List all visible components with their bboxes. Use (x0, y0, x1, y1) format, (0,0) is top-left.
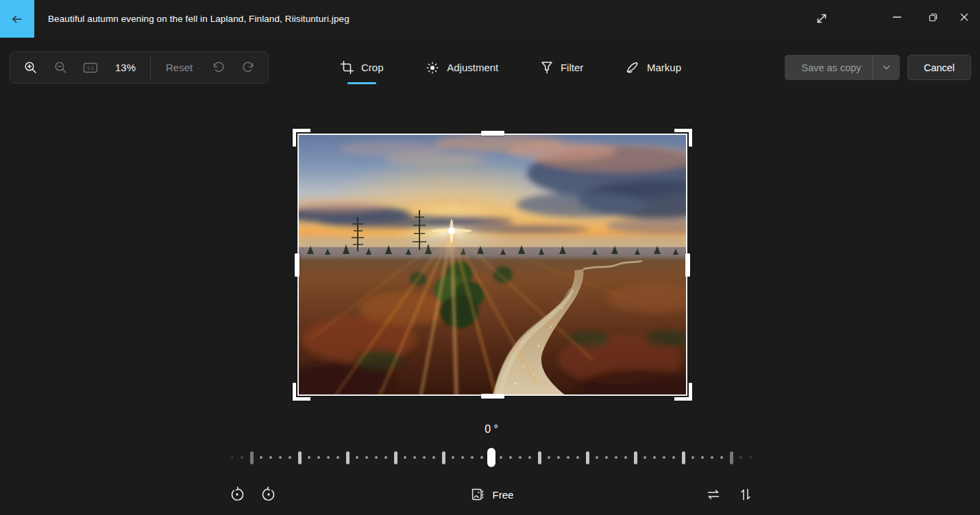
titlebar: Beautiful autumn evening on the fell in … (0, 0, 980, 38)
rotation-tick (333, 446, 343, 469)
rotate-cw-icon (260, 486, 277, 503)
rotation-tick (295, 446, 304, 469)
tab-adjustment-label: Adjustment (447, 62, 498, 73)
rotation-slider-thumb[interactable] (487, 446, 496, 469)
undo-icon (211, 60, 225, 75)
crop-handle-bottom-right[interactable] (674, 383, 692, 401)
rotation-tick (544, 446, 554, 469)
save-options-dropdown[interactable] (872, 55, 900, 80)
save-as-copy-label: Save as copy (785, 62, 872, 73)
rotation-tick (496, 446, 506, 469)
reset-button[interactable]: Reset (158, 55, 201, 80)
rotation-tick (228, 446, 237, 469)
rotation-tick (439, 446, 448, 469)
rotation-tick (535, 446, 544, 469)
rotation-tick (650, 446, 659, 469)
toolbar-divider (150, 56, 151, 79)
actual-size-button[interactable]: 1:1 (77, 55, 103, 80)
rotation-tick (515, 446, 525, 469)
zoom-out-icon (53, 60, 68, 75)
active-tab-underline (347, 82, 376, 84)
rotation-tick (343, 446, 352, 469)
zoom-out-button[interactable] (47, 55, 73, 80)
rotation-tick (611, 446, 621, 469)
rotation-tick (410, 446, 419, 469)
rotation-tick (736, 446, 746, 469)
back-arrow-icon (10, 12, 24, 26)
minimize-icon (892, 12, 902, 22)
rotation-tick (554, 446, 563, 469)
rotation-tick (362, 446, 371, 469)
svg-text:1:1: 1:1 (87, 65, 94, 71)
photo-canvas[interactable] (297, 134, 687, 396)
sun-icon (425, 60, 440, 75)
crop-handle-bottom[interactable] (481, 394, 504, 399)
rotation-tick (266, 446, 275, 469)
tab-adjustment[interactable]: Adjustment (422, 51, 501, 84)
diagonal-expand-icon (815, 12, 829, 25)
rotation-tick (717, 446, 726, 469)
rotation-tick (506, 446, 515, 469)
rotation-tick (669, 446, 678, 469)
one-to-one-icon: 1:1 (83, 62, 98, 74)
rotation-tick (583, 446, 592, 469)
flip-horizontal-button[interactable] (700, 481, 727, 508)
rotation-tick (573, 446, 583, 469)
flip-horizontal-icon (705, 486, 722, 503)
rotation-tick (285, 446, 295, 469)
rotation-value-label: 0 ° (0, 423, 980, 436)
rotation-tick (563, 446, 573, 469)
rotation-tick (640, 446, 650, 469)
aspect-ratio-label: Free (493, 489, 514, 501)
tab-crop[interactable]: Crop (337, 51, 387, 84)
tab-filter[interactable]: Filter (537, 51, 586, 84)
rotation-tick (400, 446, 410, 469)
rotation-tick (458, 446, 467, 469)
crop-icon (340, 60, 354, 75)
fullscreen-button[interactable] (806, 3, 837, 34)
crop-handle-top-left[interactable] (293, 129, 310, 147)
tab-filter-label: Filter (561, 62, 583, 73)
tab-crop-label: Crop (361, 62, 384, 73)
restore-button[interactable] (917, 0, 948, 34)
crop-handle-top-right[interactable] (674, 129, 692, 147)
rotation-tick (698, 446, 707, 469)
undo-button[interactable] (205, 55, 231, 80)
rotation-tick (621, 446, 630, 469)
rotation-tick (477, 446, 487, 469)
aspect-ratio-button[interactable]: Free (463, 481, 521, 508)
crop-handle-left[interactable] (295, 253, 299, 277)
rotation-tick (746, 446, 755, 469)
rotation-tick (448, 446, 458, 469)
edit-mode-tabs: Crop Adjustment Filter Markup (337, 51, 684, 84)
rotation-slider[interactable] (228, 446, 755, 469)
flip-vertical-icon (737, 486, 754, 503)
flip-vertical-button[interactable] (732, 481, 759, 508)
rotation-tick (352, 446, 362, 469)
rotation-tick (304, 446, 314, 469)
restore-icon (928, 12, 938, 23)
rotation-tick (630, 446, 640, 469)
tab-markup[interactable]: Markup (622, 51, 684, 84)
close-icon (959, 12, 969, 22)
cancel-button[interactable]: Cancel (907, 55, 971, 80)
minimize-button[interactable] (881, 0, 913, 34)
rotation-tick (525, 446, 535, 469)
zoom-in-button[interactable] (17, 55, 43, 80)
rotate-ccw-icon (229, 486, 245, 503)
photo-landscape-image (297, 134, 687, 396)
filter-icon (540, 60, 554, 75)
crop-handle-top[interactable] (481, 131, 504, 136)
rotate-counterclockwise-button[interactable] (223, 481, 251, 508)
back-button[interactable] (0, 0, 34, 38)
crop-handle-right[interactable] (685, 253, 690, 277)
pen-icon (625, 60, 640, 75)
crop-handle-bottom-left[interactable] (293, 383, 310, 401)
rotate-clockwise-button[interactable] (255, 481, 282, 508)
save-as-copy-button[interactable]: Save as copy (785, 55, 900, 80)
redo-button[interactable] (235, 55, 261, 80)
aspect-ratio-free-icon (469, 486, 486, 503)
rotation-tick (323, 446, 333, 469)
close-button[interactable] (948, 0, 980, 34)
zoom-level-value: 13% (108, 62, 143, 73)
